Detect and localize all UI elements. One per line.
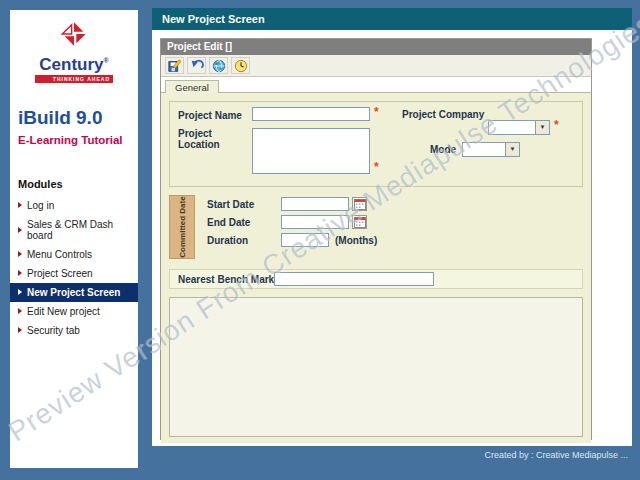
undo-icon	[190, 59, 204, 73]
sidebar-item-label: Sales & CRM Dash board	[27, 219, 138, 241]
sidebar-item-edit-new-project[interactable]: Edit New project	[10, 302, 138, 321]
committed-date-sidelabel: Committed Date	[169, 195, 195, 259]
chevron-down-icon: ▼	[535, 121, 549, 134]
mode-select[interactable]: ▼	[462, 142, 520, 157]
sidebar-item-label: Log in	[27, 200, 54, 211]
sidebar-item-project-screen[interactable]: Project Screen	[10, 264, 138, 283]
undo-button[interactable]	[187, 57, 206, 74]
project-edit-window: Project Edit []	[160, 38, 592, 440]
arrow-bullet-icon	[18, 270, 22, 276]
registered-mark: ®	[104, 57, 109, 64]
footer-credit: Created by : Creative Mediapulse ...	[484, 450, 628, 460]
clock-button[interactable]	[231, 57, 250, 74]
mode-label: Mode	[430, 144, 456, 155]
sidebar-item-label: Security tab	[27, 325, 80, 336]
century-logo: Century® THINKING AHEAD	[10, 10, 138, 83]
form-body: Project Name * Project Company ▼ * Proje…	[161, 93, 591, 443]
form-toolbar	[161, 55, 591, 77]
required-marker: *	[374, 105, 379, 119]
sidebar-item-sales-crm-dashboard[interactable]: Sales & CRM Dash board	[10, 215, 138, 245]
sidebar-item-label: New Project Screen	[27, 287, 120, 298]
calendar-icon	[354, 198, 366, 210]
committed-date-group: Committed Date Start Date End Date	[169, 195, 583, 259]
sidebar: Century® THINKING AHEAD iBuild 9.0 E-Lea…	[10, 10, 138, 468]
arrow-bullet-icon	[18, 202, 22, 208]
arrow-bullet-icon	[18, 289, 22, 295]
nearest-bench-mark-label: Nearest Bench Mark	[178, 274, 274, 285]
sidebar-item-security-tab[interactable]: Security tab	[10, 321, 138, 340]
sidebar-item-label: Menu Controls	[27, 249, 92, 260]
duration-unit-label: (Months)	[335, 235, 377, 246]
project-location-label: Project Location	[178, 128, 230, 150]
app-window: Century® THINKING AHEAD iBuild 9.0 E-Lea…	[0, 0, 640, 480]
start-date-calendar-button[interactable]	[352, 197, 367, 211]
save-icon	[168, 59, 182, 73]
century-pinwheel-icon	[60, 20, 88, 48]
sidebar-item-menu-controls[interactable]: Menu Controls	[10, 245, 138, 264]
project-company-select[interactable]: ▼	[488, 120, 550, 135]
main-panel: Project Edit []	[152, 30, 632, 446]
save-button[interactable]	[165, 57, 184, 74]
end-date-calendar-button[interactable]	[352, 215, 367, 229]
product-subtitle: E-Learning Tutorial	[18, 134, 138, 146]
project-location-textarea[interactable]	[252, 128, 370, 174]
sidebar-item-label: Edit New project	[27, 306, 100, 317]
globe-icon	[212, 59, 226, 73]
start-date-input[interactable]	[281, 197, 349, 211]
globe-button[interactable]	[209, 57, 228, 74]
arrow-bullet-icon	[18, 308, 22, 314]
chevron-down-icon: ▼	[505, 143, 519, 156]
sidebar-item-log-in[interactable]: Log in	[10, 196, 138, 215]
project-name-input[interactable]	[252, 107, 370, 121]
end-date-input[interactable]	[281, 215, 349, 229]
nearest-bench-mark-row: Nearest Bench Mark	[169, 269, 583, 289]
form-title: Project Edit []	[167, 41, 232, 52]
form-titlebar: Project Edit []	[161, 39, 591, 55]
arrow-bullet-icon	[18, 251, 22, 257]
arrow-bullet-icon	[18, 227, 22, 233]
project-company-label: Project Company	[402, 109, 484, 120]
calendar-icon	[354, 216, 366, 228]
page-header: New Project Screen	[152, 8, 632, 30]
clock-icon	[234, 59, 248, 73]
nearest-bench-mark-input[interactable]	[274, 272, 434, 286]
duration-input[interactable]	[281, 233, 329, 247]
duration-label: Duration	[207, 235, 248, 246]
detail-content-area	[169, 297, 583, 437]
start-date-label: Start Date	[207, 199, 254, 210]
product-title: iBuild 9.0	[18, 107, 138, 129]
arrow-bullet-icon	[18, 327, 22, 333]
tab-row: General	[161, 77, 591, 93]
project-name-label: Project Name	[178, 110, 242, 121]
required-marker: *	[554, 118, 559, 132]
end-date-label: End Date	[207, 217, 250, 228]
project-info-group: Project Name * Project Company ▼ * Proje…	[169, 101, 583, 187]
modules-header: Modules	[18, 178, 138, 190]
page-title: New Project Screen	[162, 13, 265, 25]
modules-nav: Log in Sales & CRM Dash board Menu Contr…	[10, 196, 138, 340]
brand-name: Century®	[10, 52, 138, 74]
sidebar-item-new-project-screen[interactable]: New Project Screen	[10, 283, 138, 302]
brand-tagline: THINKING AHEAD	[35, 75, 113, 83]
required-marker: *	[374, 160, 379, 174]
sidebar-item-label: Project Screen	[27, 268, 93, 279]
